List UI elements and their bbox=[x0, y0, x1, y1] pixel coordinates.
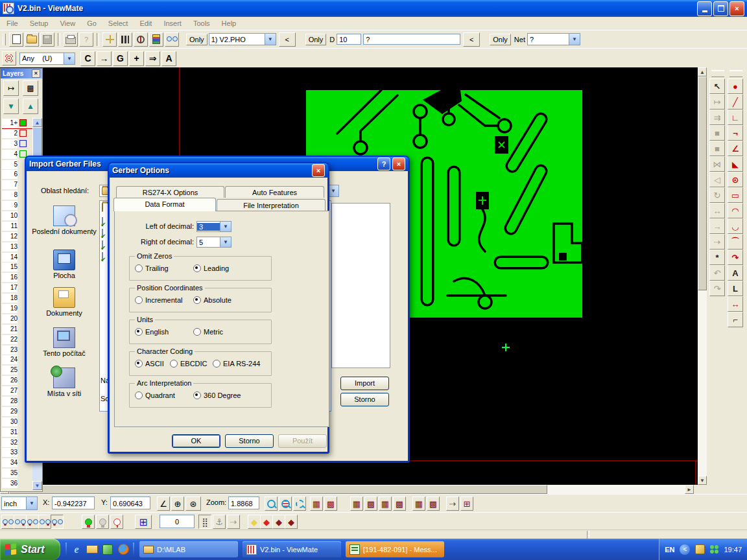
settings-gear-button[interactable]: * bbox=[709, 250, 725, 265]
scroll-down-icon[interactable]: ▼ bbox=[32, 481, 42, 490]
net-combobox[interactable]: ? ▼ bbox=[527, 33, 580, 45]
filled-diamond-button[interactable]: ◆ bbox=[285, 515, 298, 529]
layer-row[interactable]: 36 bbox=[2, 478, 32, 489]
fill-alt-button[interactable]: ■ bbox=[709, 141, 725, 156]
draw-rectangle-button[interactable]: ▭ bbox=[728, 187, 743, 203]
radio-absolute[interactable]: Absolute bbox=[193, 296, 231, 304]
flip-button[interactable]: ◁ bbox=[709, 172, 725, 187]
close-button[interactable]: × bbox=[729, 1, 744, 16]
layer-color-swatch[interactable] bbox=[19, 140, 27, 147]
cancel-button[interactable]: Storno bbox=[340, 393, 389, 406]
highlight-off-button[interactable] bbox=[96, 515, 109, 529]
copy-to-layer-button[interactable]: ⇉ bbox=[709, 110, 725, 125]
rotate-button[interactable]: ↻ bbox=[709, 187, 725, 203]
draw-curve-button[interactable]: ↷ bbox=[728, 250, 743, 265]
selected-files-listbox[interactable] bbox=[331, 203, 390, 368]
tab-auto-features[interactable]: Auto Features bbox=[225, 186, 324, 198]
highlight-aperture-button[interactable] bbox=[102, 32, 117, 47]
left-of-decimal-combobox[interactable]: 3 ▼ bbox=[196, 221, 231, 232]
menu-view[interactable]: View bbox=[60, 19, 75, 27]
move-button[interactable]: → bbox=[709, 218, 725, 234]
minimize-button[interactable] bbox=[697, 1, 712, 16]
move-to-layer-button[interactable]: ↦ bbox=[709, 94, 725, 110]
draw-arc-up-button[interactable]: ◠ bbox=[728, 203, 743, 218]
green-app-icon[interactable] bbox=[102, 544, 113, 555]
sketch-mode-button[interactable]: ▦ bbox=[412, 496, 425, 511]
start-button[interactable]: Start bbox=[0, 539, 60, 560]
apply-button[interactable]: Použít bbox=[278, 434, 327, 448]
layer-color-swatch[interactable] bbox=[19, 480, 27, 487]
view-selection-button[interactable] bbox=[51, 515, 64, 529]
firefox-icon[interactable] bbox=[117, 544, 129, 555]
dcode-filter-input[interactable]: ? bbox=[363, 34, 460, 45]
open-file-button[interactable] bbox=[25, 32, 39, 47]
layer-mode-button[interactable]: ▩ bbox=[427, 496, 440, 511]
anchor-button[interactable]: ⚓ bbox=[213, 515, 226, 529]
save-button[interactable] bbox=[40, 32, 54, 47]
tools-button[interactable] bbox=[118, 32, 132, 47]
chevron-down-icon[interactable]: ▼ bbox=[64, 53, 75, 64]
radio-ebcdic[interactable]: EBCDIC bbox=[170, 360, 208, 368]
highlight-clear-button[interactable] bbox=[110, 515, 123, 529]
trace-button[interactable]: ⇒ bbox=[145, 51, 160, 66]
select-cursor-button[interactable]: ↖ bbox=[709, 78, 725, 94]
restore-button[interactable] bbox=[713, 1, 728, 16]
grid-toggle-button[interactable]: ▦ bbox=[310, 496, 323, 511]
zoom-window-button[interactable] bbox=[293, 496, 306, 511]
draw-circle-button[interactable]: ⊙ bbox=[728, 172, 743, 187]
radio-360-degree[interactable]: 360 Degree bbox=[193, 391, 241, 399]
radio-ascii[interactable]: ASCII bbox=[135, 360, 164, 368]
unit-combobox[interactable]: inch ▼ bbox=[1, 496, 38, 510]
radio-english[interactable]: English bbox=[135, 328, 169, 336]
chevron-down-icon[interactable]: ▼ bbox=[265, 34, 276, 45]
layer-row[interactable]: 2 bbox=[2, 128, 32, 139]
close-icon[interactable]: × bbox=[32, 69, 40, 78]
right-of-decimal-combobox[interactable]: 5 ▼ bbox=[196, 237, 231, 248]
insert-label-button[interactable]: L bbox=[728, 281, 743, 296]
draw-corner-button[interactable]: ¬ bbox=[728, 125, 743, 141]
only-net-button[interactable]: Only bbox=[490, 34, 511, 45]
angle-mode-button[interactable]: ∠ bbox=[157, 496, 170, 511]
grid-snap-button[interactable]: ▩ bbox=[324, 496, 337, 511]
view-all-button[interactable] bbox=[1, 515, 14, 529]
tab-rs274x-options[interactable]: RS274-X Options bbox=[116, 186, 224, 198]
radio-quadrant[interactable]: Quadrant bbox=[135, 391, 175, 399]
previous-dcode-button[interactable]: < bbox=[463, 32, 480, 47]
draw-arc-down-button[interactable]: ◡ bbox=[728, 218, 743, 234]
zoom-in-button[interactable] bbox=[265, 496, 278, 511]
redo-button[interactable]: ↷ bbox=[709, 281, 725, 296]
layer-color-swatch[interactable] bbox=[19, 130, 27, 137]
tab-data-format[interactable]: Data Format bbox=[113, 198, 216, 211]
grid-dots-button[interactable]: ⣿ bbox=[198, 515, 211, 529]
scroll-up-icon[interactable]: ▲ bbox=[32, 118, 42, 127]
storno-button[interactable]: Storno bbox=[225, 434, 274, 448]
draw-bend-button[interactable]: ⌐ bbox=[728, 312, 743, 327]
view-lines-button[interactable] bbox=[14, 515, 27, 529]
menu-file[interactable]: File bbox=[6, 19, 18, 27]
fill-button[interactable]: ■ bbox=[709, 125, 725, 141]
palette-grip[interactable] bbox=[711, 70, 724, 77]
dimension-button[interactable]: ↔ bbox=[728, 296, 743, 312]
draw-triangle-button[interactable]: ◣ bbox=[728, 156, 743, 172]
snap-target-button[interactable]: ⊛ bbox=[185, 496, 201, 511]
view-pads-button[interactable] bbox=[26, 515, 39, 529]
scroll-down-icon[interactable]: ▼ bbox=[698, 476, 707, 485]
layer-up-button[interactable]: ▲ bbox=[23, 99, 38, 114]
trace-view-button[interactable]: ▩ bbox=[364, 496, 377, 511]
goto-arrow-button[interactable]: → bbox=[97, 51, 112, 66]
place-recent[interactable]: Poslední dokumenty bbox=[32, 205, 97, 235]
gerber-dialog-titlebar[interactable]: Gerber Options × bbox=[109, 163, 328, 178]
origin-target-button[interactable]: ⊕ bbox=[171, 496, 184, 511]
draw-pad-button[interactable]: ● bbox=[728, 78, 743, 94]
layer-combobox[interactable]: 1) V2.PHO ▼ bbox=[209, 33, 276, 45]
overlay-mode-button[interactable]: ⊞ bbox=[460, 496, 473, 511]
tray-app-icon[interactable] bbox=[695, 544, 705, 554]
print-button[interactable] bbox=[64, 32, 78, 47]
insert-text-button[interactable]: A bbox=[728, 265, 743, 281]
previous-layer-button[interactable]: < bbox=[279, 32, 296, 47]
gerber-button[interactable]: G bbox=[113, 51, 128, 66]
view-options-button[interactable] bbox=[165, 32, 179, 47]
layer-table-button[interactable]: ▩ bbox=[23, 80, 38, 96]
menu-tools[interactable]: Tools bbox=[193, 19, 210, 27]
chevron-down-icon[interactable]: ▼ bbox=[220, 237, 231, 247]
